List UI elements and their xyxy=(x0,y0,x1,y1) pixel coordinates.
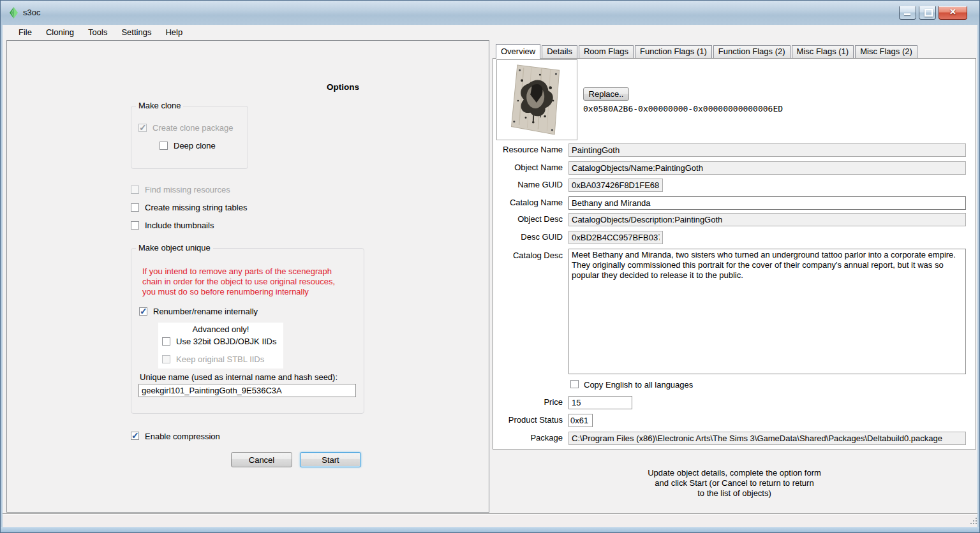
tab-overview[interactable]: Overview xyxy=(496,44,540,59)
window-frame-bottom xyxy=(1,527,979,532)
keep-stbl-iids-checkbox xyxy=(162,355,170,363)
create-clone-package-label: Create clone package xyxy=(152,123,233,133)
deep-clone-label[interactable]: Deep clone xyxy=(174,141,216,150)
find-missing-resources-label: Find missing resources xyxy=(145,185,230,194)
tab-function-flags-1[interactable]: Function Flags (1) xyxy=(635,45,712,58)
titlebar: s3oc ✕ xyxy=(1,1,979,26)
menu-help[interactable]: Help xyxy=(158,25,189,40)
enable-compression-checkbox[interactable] xyxy=(131,432,139,440)
desc-guid-label: Desc GUID xyxy=(521,231,563,244)
keep-stbl-iids-label: Keep original STBL IIDs xyxy=(176,354,264,364)
catalog-desc-textarea[interactable]: Meet Bethany and Miranda, two sisters wh… xyxy=(568,249,966,374)
tab-function-flags-2[interactable]: Function Flags (2) xyxy=(713,45,791,58)
tab-details[interactable]: Details xyxy=(542,45,577,58)
tab-misc-flags-2[interactable]: Misc Flags (2) xyxy=(855,45,917,58)
menu-tools[interactable]: Tools xyxy=(81,25,114,40)
scenegraph-warning: If you intend to remove any parts of the… xyxy=(142,266,335,297)
painting-goth-thumbnail xyxy=(502,62,572,138)
catalog-desc-label: Catalog Desc xyxy=(513,249,563,262)
copy-english-checkbox[interactable] xyxy=(570,380,579,388)
create-missing-string-tables-checkbox[interactable] xyxy=(131,203,139,212)
make-object-unique-legend: Make object unique xyxy=(136,243,213,252)
renumber-rename-label[interactable]: Renumber/rename internally xyxy=(153,307,258,316)
create-missing-string-tables-label[interactable]: Create missing string tables xyxy=(145,203,247,212)
cancel-button[interactable]: Cancel xyxy=(231,452,292,467)
resource-key: 0x0580A2B6-0x00000000-0x00000000000006ED xyxy=(583,104,783,113)
product-status-input[interactable] xyxy=(568,414,593,427)
find-missing-resources-checkbox xyxy=(131,186,139,194)
s3oc-window: s3oc ✕ File Cloning Tools Settings Help … xyxy=(0,0,980,533)
window-frame-right xyxy=(977,25,979,532)
menu-cloning[interactable]: Cloning xyxy=(39,25,81,40)
maximize-button[interactable] xyxy=(919,6,936,20)
catalog-name-label: Catalog Name xyxy=(510,196,563,209)
price-input[interactable] xyxy=(568,396,632,409)
name-guid-label: Name GUID xyxy=(517,179,563,191)
object-thumbnail-box xyxy=(496,59,577,140)
window-title: s3oc xyxy=(23,8,40,17)
make-clone-group: Make clone xyxy=(131,106,248,169)
footer-line-3: to the list of objects) xyxy=(493,488,976,499)
footer-line-1: Update object details, complete the opti… xyxy=(493,468,976,478)
warning-line-3: you must do so before renumbering intern… xyxy=(142,287,335,297)
desc-guid-input xyxy=(568,231,663,244)
package-input xyxy=(568,432,966,445)
minimize-button[interactable] xyxy=(899,6,916,20)
deep-clone-checkbox[interactable] xyxy=(160,142,168,150)
options-heading: Options xyxy=(327,82,359,92)
use-32bit-iids-label[interactable]: Use 32bit OBJD/OBJK IIDs xyxy=(176,337,277,346)
object-desc-input xyxy=(568,213,966,226)
menu-settings[interactable]: Settings xyxy=(114,25,158,40)
advanced-title: Advanced only! xyxy=(158,325,283,334)
unique-name-label: Unique name (used as internal name and h… xyxy=(140,372,338,382)
include-thumbnails-label[interactable]: Include thumbnails xyxy=(145,221,214,230)
product-status-label: Product Status xyxy=(509,414,563,427)
menu-file[interactable]: File xyxy=(11,25,39,40)
use-32bit-iids-checkbox[interactable] xyxy=(162,337,170,346)
tab-room-flags[interactable]: Room Flags xyxy=(579,45,634,58)
minimize-icon xyxy=(904,13,910,15)
create-clone-package-checkbox xyxy=(138,124,147,132)
resource-name-input xyxy=(568,143,966,157)
warning-line-1: If you intend to remove any parts of the… xyxy=(142,266,335,277)
menubar: File Cloning Tools Settings Help xyxy=(1,25,979,40)
unique-name-input[interactable] xyxy=(138,384,356,397)
name-guid-input xyxy=(568,179,663,192)
warning-line-2: chain in order for the object to use ori… xyxy=(142,277,335,287)
price-label: Price xyxy=(544,396,563,409)
maximize-icon xyxy=(924,9,933,17)
object-name-label: Object Name xyxy=(514,161,563,174)
include-thumbnails-checkbox[interactable] xyxy=(131,221,139,230)
resource-name-label: Resource Name xyxy=(503,143,563,156)
renumber-rename-checkbox[interactable] xyxy=(139,307,147,316)
close-icon: ✕ xyxy=(939,7,967,17)
enable-compression-label[interactable]: Enable compression xyxy=(145,432,220,441)
resize-grip[interactable] xyxy=(970,523,972,524)
replace-button[interactable]: Replace.. xyxy=(583,87,629,101)
close-button[interactable]: ✕ xyxy=(939,6,967,20)
plumbob-icon xyxy=(9,7,19,18)
package-label: Package xyxy=(530,432,563,444)
footer-instructions: Update object details, complete the opti… xyxy=(493,468,976,499)
tab-strip: Overview Details Room Flags Function Fla… xyxy=(496,44,919,59)
start-button[interactable]: Start xyxy=(300,452,361,467)
object-desc-label: Object Desc xyxy=(517,213,563,226)
copy-english-label[interactable]: Copy English to all languages xyxy=(584,380,693,390)
tab-misc-flags-1[interactable]: Misc Flags (1) xyxy=(792,45,854,58)
make-clone-legend: Make clone xyxy=(136,101,183,110)
object-name-input xyxy=(568,161,966,175)
footer-line-2: and click Start (or Cancel to return to … xyxy=(493,478,976,488)
catalog-name-input[interactable] xyxy=(568,196,966,210)
window-frame-left xyxy=(1,25,3,532)
